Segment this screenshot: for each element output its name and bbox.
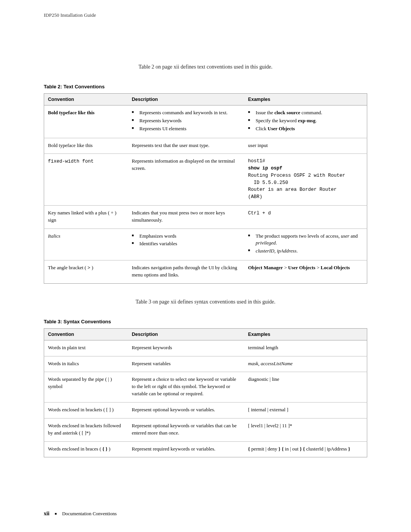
desc-list: Represents commands and keywords in text… xyxy=(132,109,241,133)
table-row: Key names linked with a plus ( + ) sign … xyxy=(44,205,367,228)
ex-list: The product supports two levels of acces… xyxy=(248,233,363,255)
conv-brackets-asterisk: Words enclosed in brackets followed by a… xyxy=(44,418,128,441)
desc-list: Emphasizes words Identifies variables xyxy=(132,233,241,248)
desc-item: Represents keywords xyxy=(132,117,241,125)
table3-header-examples: Examples xyxy=(244,328,367,340)
desc-braces: Represent required keywords or variables… xyxy=(128,441,244,457)
table2-header-examples: Examples xyxy=(244,94,367,105)
table2-caption: Table 2: Text Conventions xyxy=(44,84,367,89)
table3-caption: Table 3: Syntax Conventions xyxy=(44,319,367,324)
ex-brackets: [ internal | external ] xyxy=(244,403,367,419)
conv-key-plus: Key names linked with a plus ( + ) sign xyxy=(44,205,128,228)
conv-angle-bracket: The angle bracket ( > ) xyxy=(44,260,128,284)
table-row: Words enclosed in braces ( { } ) Represe… xyxy=(44,441,367,457)
desc-nav-path: Indicates navigation paths through the U… xyxy=(128,260,244,284)
table2-header-description: Description xyxy=(128,94,244,105)
page-footer: xii ■ Documentation Conventions xyxy=(44,511,117,517)
ex-item: Specify the keyword exp-msg. xyxy=(248,117,363,125)
table-row: The angle bracket ( > ) Indicates naviga… xyxy=(44,260,367,284)
table-syntax-conventions: Convention Description Examples Words in… xyxy=(44,328,367,458)
conv-italics: Italics xyxy=(48,233,61,239)
table-row: Bold typeface like this Represents comma… xyxy=(44,105,367,138)
ex-item: Click User Objects xyxy=(248,125,363,133)
desc-item: Represents UI elements xyxy=(132,125,241,133)
conv-pipe: Words separated by the pipe ( | ) symbol xyxy=(44,372,128,403)
conv-bold-type-user: Bold typeface like this xyxy=(44,138,128,154)
ex-user-input: user input xyxy=(244,138,367,154)
table-row: Words separated by the pipe ( | ) symbol… xyxy=(44,372,367,403)
ex-item: clusterID, ipAddress. xyxy=(248,248,363,255)
page-header-title: IDP250 Installation Guide xyxy=(44,12,367,18)
ex-item: Issue the clock source command. xyxy=(248,109,363,117)
table-row: Bold typeface like this Represents text … xyxy=(44,138,367,154)
desc-italics-syntax: Represent variables xyxy=(128,356,244,372)
ex-brackets-asterisk: [ level1 | level2 | 11 ]* xyxy=(244,418,367,441)
table3-header-description: Description xyxy=(128,328,244,340)
conv-bold-typeface: Bold typeface like this xyxy=(48,110,94,115)
ex-ctrl-d: Ctrl + d xyxy=(248,211,271,216)
table3-header-convention: Convention xyxy=(44,328,128,340)
desc-brackets-asterisk: Represent optional keywords or variables… xyxy=(128,418,244,441)
table-row: Italics Emphasizes words Identifies vari… xyxy=(44,228,367,260)
desc-terminal: Represents information as displayed on t… xyxy=(128,154,244,206)
conv-italics-syntax: Words in italics xyxy=(44,356,128,372)
desc-plain: Represent keywords xyxy=(128,340,244,356)
footer-section: Documentation Conventions xyxy=(62,511,116,517)
desc-key-plus: Indicates that you must press two or mor… xyxy=(128,205,244,228)
table-row: fixed-width font Represents information … xyxy=(44,154,367,206)
ex-item: The product supports two levels of acces… xyxy=(248,233,363,247)
ex-nav-path: Object Manager > User Objects > Local Ob… xyxy=(244,260,367,284)
desc-item: Identifies variables xyxy=(132,240,241,248)
intro-text-table3: Table 3 on page xii defines syntax conve… xyxy=(44,299,367,305)
table-text-conventions: Convention Description Examples Bold typ… xyxy=(44,93,367,284)
conv-braces: Words enclosed in braces ( { } ) xyxy=(44,441,128,457)
ex-plain: terminal length xyxy=(244,340,367,356)
conv-fixed-width: fixed-width font xyxy=(48,159,94,164)
conv-brackets: Words enclosed in brackets ( [ ] ) xyxy=(44,403,128,419)
footer-square-icon: ■ xyxy=(55,512,57,516)
table-row: Words in plain text Represent keywords t… xyxy=(44,340,367,356)
ex-pipe: diagnostic | line xyxy=(244,372,367,403)
desc-user-type: Represents text that the user must type. xyxy=(128,138,244,154)
desc-item: Emphasizes words xyxy=(132,233,241,240)
page-number: xii xyxy=(44,511,49,517)
desc-brackets: Represent optional keywords or variables… xyxy=(128,403,244,419)
conv-plain: Words in plain text xyxy=(44,340,128,356)
desc-pipe: Represent a choice to select one keyword… xyxy=(128,372,244,403)
ex-italics-syntax: mask, accessListName xyxy=(244,356,367,372)
ex-list: Issue the clock source command. Specify … xyxy=(248,109,363,133)
table-row: Words enclosed in brackets followed by a… xyxy=(44,418,367,441)
ex-terminal-output: host1# show ip ospf Routing Process OSPF… xyxy=(248,158,363,201)
intro-text-table2: Table 2 on page xii defines text convent… xyxy=(44,64,367,70)
ex-braces: { permit | deny } { in | out } { cluster… xyxy=(244,441,367,457)
table2-header-convention: Convention xyxy=(44,94,128,105)
table-row: Words enclosed in brackets ( [ ] ) Repre… xyxy=(44,403,367,419)
table-row: Words in italics Represent variables mas… xyxy=(44,356,367,372)
desc-item: Represents commands and keywords in text… xyxy=(132,109,241,117)
